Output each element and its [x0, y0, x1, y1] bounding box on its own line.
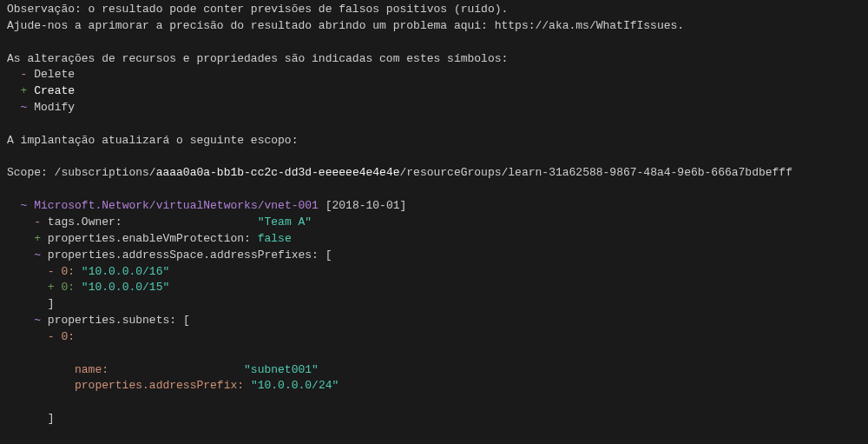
subnet-index: 0: [61, 330, 75, 343]
help-line: Ajude-nos a aprimorar a precisão do resu… [7, 19, 684, 32]
subnet-name-key: name: [75, 363, 108, 376]
addr-old-index: 0: [61, 265, 75, 278]
note-line: Observação: o resultado pode conter prev… [7, 3, 508, 16]
delete-symbol: - [34, 215, 41, 229]
subnet-prefix-value: "10.0.0.0/24" [251, 379, 339, 392]
addr-prefixes-key: properties.addressSpace.addressPrefixes: [48, 249, 319, 262]
legend-intro: As alterações de recursos e propriedades… [7, 52, 508, 65]
delete-label: Delete [34, 68, 75, 81]
scope-label: Scope: [7, 166, 55, 179]
tags-owner-value: "Team A" [258, 215, 312, 229]
modify-symbol: ~ [21, 101, 28, 114]
enable-vm-key: properties.enableVmProtection: [48, 232, 251, 245]
scope-subscription-id: aaaa0a0a-bb1b-cc2c-dd3d-eeeeee4e4e4e [156, 166, 400, 179]
enable-vm-value: false [258, 232, 292, 245]
tags-owner-key: tags.Owner: [48, 215, 122, 229]
create-label: Create [34, 84, 75, 97]
create-symbol: + [21, 84, 28, 97]
modify-symbol: ~ [34, 314, 41, 327]
modify-label: Modify [34, 101, 75, 114]
modify-symbol: ~ [21, 199, 28, 212]
terminal-output: Observação: o resultado pode conter prev… [0, 0, 868, 444]
create-symbol: + [48, 281, 55, 294]
scope-intro: A implantação atualizará o seguinte esco… [7, 134, 298, 147]
subnet-name-value: "subnet001" [244, 363, 319, 376]
addr-old-value: "10.0.0.0/16" [82, 265, 169, 278]
addr-new-index: 0: [61, 281, 75, 294]
api-version: [2018-10-01] [326, 199, 407, 212]
modify-symbol: ~ [34, 249, 41, 262]
subnet-prefix-key: properties.addressPrefix: [75, 379, 244, 392]
scope-prefix: /subscriptions/ [55, 166, 156, 179]
subnets-key: properties.subnets: [48, 314, 176, 327]
scope-suffix: /resourceGroups/learn-31a62588-9867-48a4… [400, 166, 792, 179]
delete-symbol: - [48, 265, 55, 278]
delete-symbol: - [21, 68, 28, 81]
addr-new-value: "10.0.0.0/15" [82, 281, 169, 294]
create-symbol: + [34, 232, 41, 245]
delete-symbol: - [48, 330, 55, 343]
resource-type: Microsoft.Network/virtualNetworks/vnet-0… [34, 199, 319, 212]
